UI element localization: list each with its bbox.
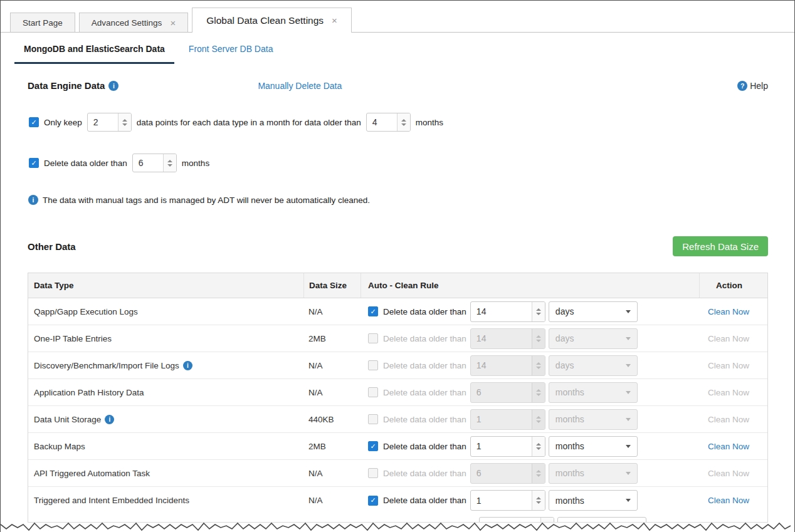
row-rule-checkbox[interactable]: ✓ [368, 441, 378, 451]
row-action-link[interactable]: Clean Now [708, 307, 749, 316]
spinner-up-icon[interactable] [536, 470, 541, 472]
delete-older-stepper[interactable] [132, 154, 177, 172]
row-rule-checkbox[interactable] [368, 387, 378, 397]
row-rule-checkbox[interactable]: ✓ [368, 496, 378, 506]
stepper-arrows[interactable] [532, 437, 545, 456]
row-value-input[interactable] [471, 410, 532, 429]
spinner-up-icon[interactable] [536, 416, 541, 419]
row-value-stepper[interactable] [470, 463, 545, 484]
row-value-stepper[interactable] [470, 301, 545, 322]
subtab-front-server-db[interactable]: Front Server DB Data [179, 44, 283, 64]
row-value-stepper[interactable] [470, 409, 545, 430]
row-value-input[interactable] [471, 383, 532, 402]
delete-older-checkbox[interactable]: ✓ [29, 158, 39, 168]
spinner-down-icon[interactable] [536, 340, 541, 342]
stepper-arrows[interactable] [532, 383, 545, 402]
spinner-up-icon[interactable] [536, 308, 541, 311]
row-type-label: Data Unit Storage [34, 415, 101, 424]
tab-advanced-settings[interactable]: Advanced Settings × [79, 13, 188, 33]
spinner-down-icon[interactable] [536, 447, 541, 450]
spinner-down-icon[interactable] [536, 313, 541, 315]
spinner-down-icon[interactable] [536, 501, 541, 504]
row-unit-select[interactable]: months [549, 463, 638, 484]
row-action-link[interactable]: Clean Now [708, 334, 749, 343]
row-rule-checkbox[interactable]: ✓ [368, 306, 378, 316]
spinner-down-icon[interactable] [122, 123, 127, 126]
row-rule-checkbox[interactable] [368, 360, 378, 370]
row-unit-select[interactable]: months [549, 409, 638, 430]
tab-start-page[interactable]: Start Page [10, 13, 75, 33]
help-label: Help [750, 81, 768, 91]
spinner-up-icon[interactable] [401, 119, 406, 122]
row-value-input[interactable] [471, 464, 532, 483]
info-icon[interactable]: i [105, 415, 114, 424]
row-rule-label: Delete data older than [383, 496, 466, 505]
keep-points-stepper[interactable] [87, 113, 132, 132]
row-value-input[interactable] [471, 302, 532, 321]
row-value-stepper[interactable] [470, 382, 545, 403]
row-action-link[interactable]: Clean Now [708, 388, 749, 397]
spinner-up-icon[interactable] [536, 362, 541, 365]
row-unit-select[interactable]: days [549, 355, 638, 376]
row-unit-select[interactable]: months [549, 490, 638, 511]
row-rule-checkbox[interactable] [368, 468, 378, 478]
row-value-input[interactable] [471, 356, 532, 375]
stepper-arrows[interactable] [397, 113, 410, 131]
row-action-link[interactable]: Clean Now [708, 415, 749, 424]
row-value-input[interactable] [471, 329, 532, 348]
row-value-input[interactable] [471, 437, 532, 456]
row-value-input[interactable] [471, 491, 532, 510]
row-unit-select[interactable]: days [549, 301, 638, 322]
stepper-arrows[interactable] [532, 410, 545, 429]
spinner-down-icon[interactable] [536, 367, 541, 369]
row-unit-select[interactable]: days [549, 328, 638, 349]
spinner-down-icon[interactable] [536, 474, 541, 477]
keep-points-input[interactable] [88, 113, 118, 131]
spinner-down-icon[interactable] [536, 394, 541, 396]
older-than-months-stepper[interactable] [366, 113, 411, 132]
spinner-up-icon[interactable] [536, 497, 541, 499]
row-unit-select[interactable]: months [549, 382, 638, 403]
spinner-up-icon[interactable] [536, 389, 541, 392]
table-row: One-IP Table Entries 2MB Delete data old… [28, 325, 767, 352]
data-engine-header: Data Engine Data i Manually Delete Data … [28, 80, 768, 91]
rule-delete-older: ✓ Delete data older than months [29, 154, 794, 172]
row-action-link[interactable]: Clean Now [708, 361, 749, 370]
tab-global-data-clean-settings[interactable]: Global Data Clean Settings × [192, 8, 352, 33]
subtab-mongodb-elasticsearch[interactable]: MongoDB and ElasticSearch Data [14, 44, 174, 64]
stepper-arrows[interactable] [118, 113, 131, 131]
spinner-up-icon[interactable] [536, 443, 541, 446]
only-keep-checkbox[interactable]: ✓ [29, 117, 39, 127]
row-rule-checkbox[interactable] [368, 333, 378, 343]
stepper-arrows[interactable] [532, 356, 545, 375]
stepper-arrows[interactable] [163, 154, 176, 172]
row-action-link[interactable]: Clean Now [708, 496, 749, 505]
row-value-stepper[interactable] [470, 490, 545, 511]
stepper-arrows[interactable] [532, 491, 545, 510]
close-icon[interactable]: × [170, 18, 176, 28]
spinner-up-icon[interactable] [536, 335, 541, 338]
row-value-stepper[interactable] [470, 328, 545, 349]
info-icon[interactable]: i [108, 81, 118, 91]
row-action-link[interactable]: Clean Now [708, 469, 749, 478]
spinner-down-icon[interactable] [167, 164, 172, 167]
stepper-arrows[interactable] [532, 302, 545, 321]
delete-older-input[interactable] [133, 154, 163, 172]
spinner-down-icon[interactable] [401, 123, 406, 126]
row-rule-checkbox[interactable] [368, 414, 378, 424]
spinner-down-icon[interactable] [536, 420, 541, 423]
row-value-stepper[interactable] [470, 355, 545, 376]
close-icon[interactable]: × [332, 16, 337, 25]
refresh-data-size-button[interactable]: Refresh Data Size [673, 236, 768, 256]
spinner-up-icon[interactable] [167, 160, 172, 162]
info-icon[interactable]: i [183, 361, 192, 370]
spinner-up-icon[interactable] [122, 119, 127, 122]
row-action-link[interactable]: Clean Now [708, 442, 749, 451]
stepper-arrows[interactable] [532, 464, 545, 483]
row-value-stepper[interactable] [470, 436, 545, 457]
stepper-arrows[interactable] [532, 329, 545, 348]
older-than-months-input[interactable] [367, 113, 397, 131]
row-unit-select[interactable]: months [549, 436, 638, 457]
manually-delete-data-link[interactable]: Manually Delete Data [258, 81, 342, 91]
help-link[interactable]: ? Help [737, 81, 768, 91]
